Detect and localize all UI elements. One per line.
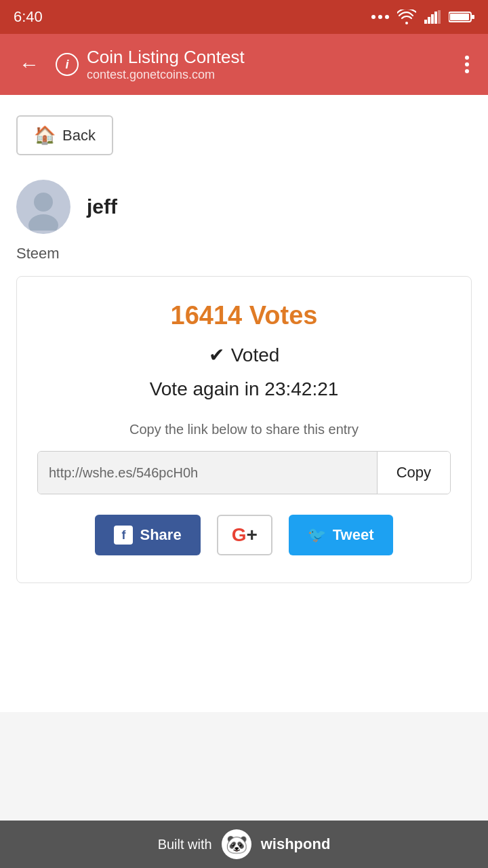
back-button-label: Back <box>62 127 96 144</box>
signal-bars-icon <box>424 10 441 24</box>
page-content: 🏠 Back jeff Steem 16414 Votes ✔ Voted Vo… <box>0 95 488 712</box>
home-icon: 🏠 <box>34 125 56 146</box>
svg-rect-1 <box>428 17 430 24</box>
voted-label: Voted <box>231 344 280 366</box>
avatar-icon <box>20 183 67 231</box>
site-title-block: Coin Listing Contest contest.gonetcoins.… <box>87 47 245 82</box>
signal-dots-icon <box>371 15 389 19</box>
footer-built-with: Built with <box>158 837 212 852</box>
footer: Built with 🐼 wishpond <box>0 821 488 868</box>
share-buttons: f Share G+ 🐦 Tweet <box>37 515 451 555</box>
browser-bar: ← i Coin Listing Contest contest.gonetco… <box>0 34 488 95</box>
status-time: 6:40 <box>14 8 43 26</box>
facebook-share-button[interactable]: f Share <box>95 515 200 555</box>
link-copy-row: Copy <box>37 451 451 494</box>
coin-name: Steem <box>16 245 472 262</box>
svg-point-9 <box>28 214 58 231</box>
browser-menu-button[interactable] <box>460 50 474 79</box>
username: jeff <box>87 195 117 218</box>
svg-rect-3 <box>434 12 437 24</box>
share-url-input[interactable] <box>38 452 377 494</box>
svg-rect-7 <box>450 14 469 20</box>
site-info: i Coin Listing Contest contest.gonetcoin… <box>56 47 449 82</box>
browser-site-url: contest.gonetcoins.com <box>87 68 245 82</box>
avatar <box>16 180 70 234</box>
vote-count: 16414 Votes <box>37 301 451 330</box>
vote-again-timer: Vote again in 23:42:21 <box>37 378 451 400</box>
googleplus-share-button[interactable]: G+ <box>217 515 272 555</box>
wifi-icon <box>397 9 416 24</box>
battery-icon <box>449 11 474 23</box>
browser-page-title: Coin Listing Contest <box>87 47 245 68</box>
vote-card: 16414 Votes ✔ Voted Vote again in 23:42:… <box>16 276 472 583</box>
share-text: Copy the link below to share this entry <box>37 422 451 437</box>
svg-rect-6 <box>472 15 474 19</box>
back-button[interactable]: 🏠 Back <box>16 115 113 155</box>
panda-icon: 🐼 <box>222 829 251 859</box>
voted-status: ✔ Voted <box>37 344 451 366</box>
facebook-share-label: Share <box>140 526 181 544</box>
info-icon: i <box>56 53 79 76</box>
copy-button[interactable]: Copy <box>377 452 450 494</box>
twitter-share-button[interactable]: 🐦 Tweet <box>289 515 393 555</box>
svg-rect-0 <box>424 20 427 24</box>
twitter-share-label: Tweet <box>333 526 374 544</box>
user-profile: jeff <box>16 180 472 234</box>
facebook-icon: f <box>114 526 133 545</box>
wishpond-brand: wishpond <box>261 835 331 853</box>
svg-rect-2 <box>431 14 434 24</box>
twitter-icon: 🐦 <box>308 526 326 544</box>
browser-back-button[interactable]: ← <box>14 47 45 81</box>
googleplus-icon: G <box>232 524 247 545</box>
googleplus-label: + <box>246 524 257 545</box>
checkmark-icon: ✔ <box>209 344 224 366</box>
svg-point-8 <box>34 193 53 212</box>
svg-rect-4 <box>438 10 441 24</box>
status-icons <box>371 9 474 24</box>
status-bar: 6:40 <box>0 0 488 34</box>
